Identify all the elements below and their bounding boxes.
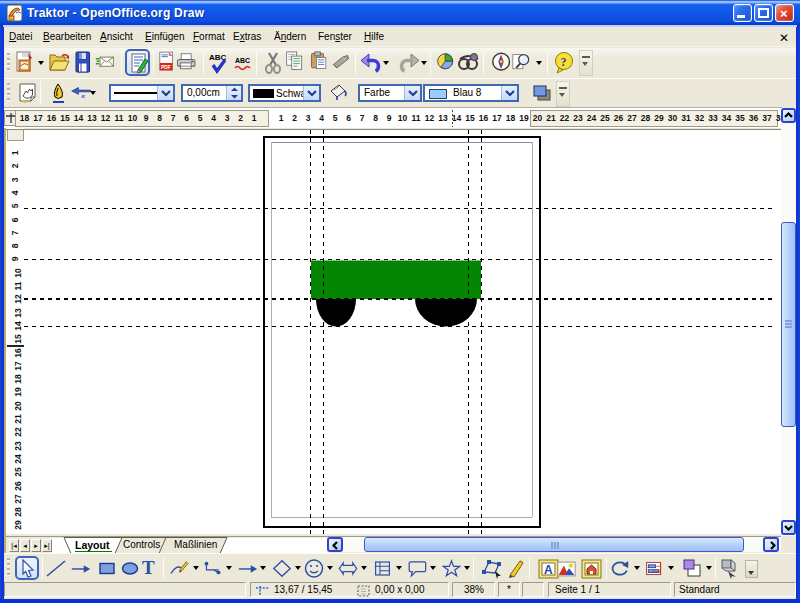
svg-text:A: A (544, 563, 553, 577)
svg-text:PDF: PDF (161, 65, 171, 70)
svg-text:T: T (142, 557, 155, 578)
svg-text:?: ? (561, 55, 567, 69)
svg-text:ABC: ABC (235, 57, 250, 64)
svg-text:«: « (81, 92, 85, 101)
